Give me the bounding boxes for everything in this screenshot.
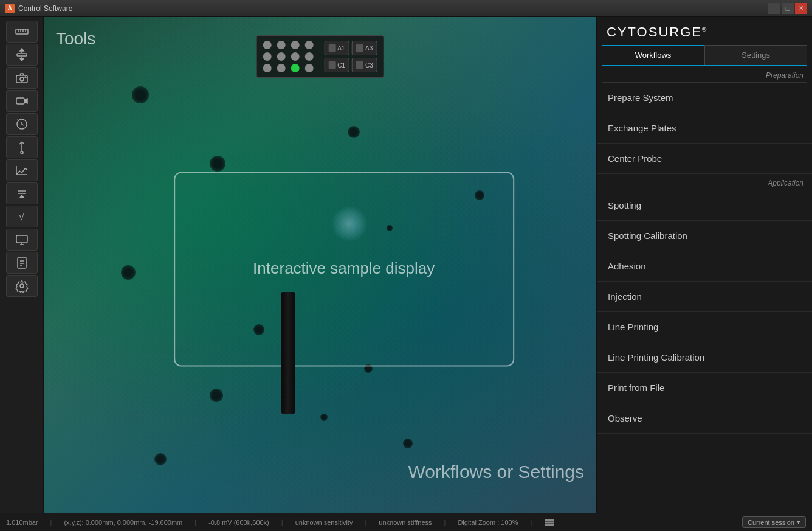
settings-tool-button[interactable] — [6, 275, 38, 297]
svg-marker-8 — [20, 58, 24, 61]
svg-rect-28 — [18, 257, 26, 268]
current-session-button[interactable]: Current session ▾ — [742, 516, 806, 528]
svg-point-32 — [20, 284, 24, 288]
right-panel: CYTOSURGE® Workflows Settings Preparatio… — [596, 17, 812, 513]
svg-rect-9 — [17, 54, 27, 56]
line-printing-calibration-item[interactable]: Line Printing Calibration — [597, 342, 812, 373]
channel-c1-icon — [328, 61, 335, 69]
history-tool-button[interactable] — [6, 113, 38, 135]
adhesion-item[interactable]: Adhesion — [597, 251, 812, 282]
probe-element — [281, 292, 295, 414]
status-indicator-grid: A1 A3 C1 C3 — [256, 35, 384, 78]
main-layout: √ Tools — [0, 17, 812, 513]
app-icon: A — [5, 4, 15, 13]
settings-tab[interactable]: Settings — [704, 45, 807, 65]
brand-text: CYTOSURGE — [607, 24, 702, 40]
channel-a3-button[interactable]: A3 — [352, 41, 377, 55]
stage-tool-button[interactable] — [6, 44, 38, 66]
svg-rect-13 — [16, 98, 24, 104]
file-tool-button[interactable] — [6, 252, 38, 274]
status-dot-4 — [304, 41, 313, 49]
tools-label: Tools — [56, 29, 95, 49]
svg-rect-35 — [545, 524, 554, 526]
camera-tool-button[interactable] — [6, 67, 38, 89]
svg-marker-7 — [20, 49, 24, 51]
status-bar: 1.010mbar | (x,y,z): 0.000mm, 0.000mm, -… — [0, 513, 812, 531]
left-toolbar: √ — [0, 17, 44, 513]
sample-display-label: Interactive sample display — [253, 259, 435, 278]
svg-rect-25 — [16, 235, 27, 243]
probe-tool-button[interactable] — [6, 136, 38, 158]
particle — [320, 414, 328, 421]
coordinates-status: (x,y,z): 0.000mm, 0.000mm, -19.600mm — [64, 519, 182, 526]
svg-point-19 — [21, 151, 23, 154]
status-dot-11 — [291, 64, 299, 72]
svg-point-11 — [20, 77, 24, 81]
status-dot-9 — [263, 64, 271, 72]
status-dot-7 — [291, 52, 299, 61]
status-dot-6 — [277, 52, 285, 61]
microscope-canvas[interactable]: Tools A1 — [44, 17, 596, 513]
observe-item[interactable]: Observe — [597, 403, 812, 434]
status-dot-1 — [263, 41, 271, 49]
channel-buttons: A1 A3 C1 C3 — [324, 41, 377, 72]
application-section-label: Application — [597, 174, 812, 190]
svg-marker-24 — [20, 195, 24, 198]
offset-tool-button[interactable] — [6, 182, 38, 204]
status-dot-10 — [277, 64, 285, 72]
video-tool-button[interactable] — [6, 90, 38, 112]
channel-c3-button[interactable]: C3 — [352, 58, 377, 72]
status-dot-12 — [304, 64, 313, 72]
exchange-plates-item[interactable]: Exchange Plates — [597, 113, 812, 144]
panel-tab-bar: Workflows Settings — [602, 45, 807, 66]
svg-rect-33 — [545, 519, 554, 521]
workflow-list: Preparation Prepare System Exchange Plat… — [597, 66, 812, 513]
channel-c3-icon — [356, 61, 363, 69]
zoom-status: Digital Zoom : 100% — [458, 519, 518, 526]
sqrt-tool-button[interactable]: √ — [6, 206, 38, 227]
layers-icon — [544, 518, 555, 527]
status-dot-5 — [263, 52, 271, 61]
svg-point-12 — [25, 77, 26, 78]
titlebar-left: A Control Software — [5, 4, 72, 13]
spotting-item[interactable]: Spotting — [597, 190, 812, 221]
sample-display-box[interactable]: Interactive sample display — [174, 172, 514, 366]
ruler-tool-button[interactable] — [6, 21, 38, 43]
print-from-file-item[interactable]: Print from File — [597, 373, 812, 403]
preparation-section-label: Preparation — [597, 66, 812, 82]
brand-sup: ® — [702, 26, 707, 33]
channel-a1-icon — [328, 44, 335, 52]
stiffness-status: unknown stiffness — [379, 519, 432, 526]
channel-c3-label: C3 — [365, 62, 373, 69]
injection-item[interactable]: Injection — [597, 282, 812, 312]
channel-a3-icon — [356, 44, 363, 52]
workflows-tab[interactable]: Workflows — [602, 45, 704, 65]
close-button[interactable]: ✕ — [795, 3, 807, 14]
display-tool-button[interactable] — [6, 229, 38, 251]
channel-a1-button[interactable]: A1 — [324, 41, 349, 55]
session-chevron-icon: ▾ — [797, 518, 800, 526]
particle — [210, 389, 223, 402]
svg-rect-34 — [545, 521, 554, 523]
channel-c1-label: C1 — [337, 62, 345, 69]
center-probe-item[interactable]: Center Probe — [597, 144, 812, 174]
app-title: Control Software — [18, 4, 72, 13]
status-dots — [263, 41, 315, 72]
prepare-system-item[interactable]: Prepare System — [597, 83, 812, 113]
particle — [403, 439, 413, 448]
window-controls: − □ ✕ — [768, 3, 807, 14]
brand-name: CYTOSURGE® — [607, 24, 707, 40]
brand-header: CYTOSURGE® — [597, 17, 812, 45]
minimize-button[interactable]: − — [768, 3, 780, 14]
status-dot-3 — [291, 41, 299, 49]
spotting-calibration-item[interactable]: Spotting Calibration — [597, 221, 812, 251]
particle — [210, 156, 225, 172]
particle — [121, 265, 136, 280]
line-printing-item[interactable]: Line Printing — [597, 312, 812, 342]
svg-marker-14 — [24, 99, 27, 103]
titlebar: A Control Software − □ ✕ — [0, 0, 812, 17]
status-dot-8 — [304, 52, 313, 61]
channel-c1-button[interactable]: C1 — [324, 58, 349, 72]
chart-tool-button[interactable] — [6, 159, 38, 181]
maximize-button[interactable]: □ — [782, 3, 794, 14]
